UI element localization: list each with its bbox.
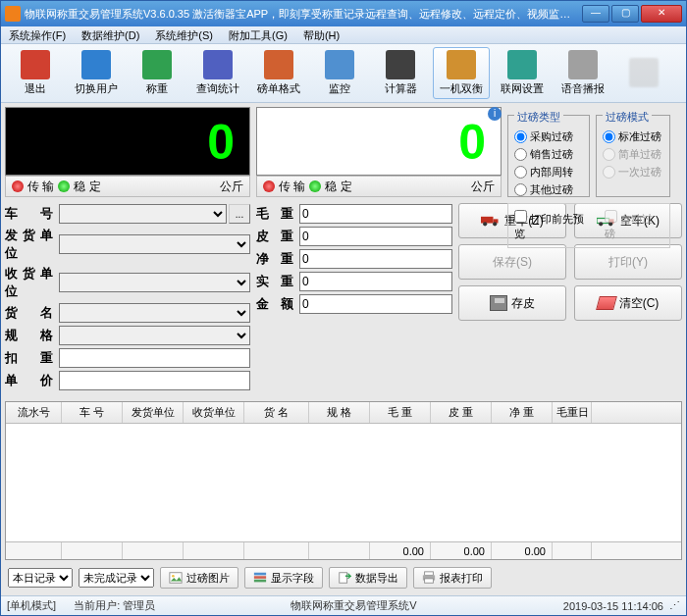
form-readout[interactable] <box>299 249 452 269</box>
save-button[interactable]: 保存(S) <box>458 244 566 280</box>
form-select[interactable] <box>59 204 227 224</box>
print-button[interactable]: 打印(Y) <box>574 244 682 280</box>
tool-label: 监控 <box>329 81 350 96</box>
tool-7[interactable]: 一机双衡 <box>433 47 490 99</box>
disk-icon <box>490 295 507 311</box>
form-label: 发货单位 <box>5 227 59 262</box>
form-select[interactable] <box>59 326 250 345</box>
menu-system-ops[interactable]: 系统操作(F) <box>1 26 74 43</box>
preview-checkbox[interactable]: 打印前先预览 <box>514 210 595 241</box>
menu-data-maint[interactable]: 数据维护(D) <box>74 26 147 43</box>
minimize-button[interactable]: — <box>582 5 609 23</box>
statusbar: [单机模式] 当前用户: 管理员 物联网称重交易管理系统V 2019-03-15… <box>1 595 686 615</box>
resize-grip-icon[interactable]: ⋰ <box>669 599 680 612</box>
menu-help[interactable]: 帮助(H) <box>295 26 347 43</box>
fields-icon <box>253 571 267 585</box>
tool-5[interactable]: 监控 <box>311 47 368 99</box>
table-header-cell[interactable]: 发货单位 <box>123 402 184 423</box>
form-input[interactable] <box>59 371 250 390</box>
info-icon[interactable]: i <box>488 107 502 121</box>
svg-point-9 <box>172 575 175 578</box>
printer-icon <box>422 571 436 585</box>
table-header-cell[interactable]: 车 号 <box>62 402 123 423</box>
status-filter-select[interactable]: 未完成记录 <box>79 568 154 588</box>
table-header-cell[interactable]: 净 重 <box>492 402 553 423</box>
export-button[interactable]: 数据导出 <box>329 567 407 589</box>
table-header-cell[interactable]: 毛重日 <box>553 402 592 423</box>
form-readout[interactable] <box>299 272 452 291</box>
filter-mode-option[interactable]: 一次过磅 <box>603 165 663 180</box>
lookup-button[interactable]: ... <box>229 204 250 224</box>
tool-label: 一机双衡 <box>440 81 483 96</box>
menu-addons[interactable]: 附加工具(G) <box>221 26 295 43</box>
table-header: 流水号车 号发货单位收货单位货 名规 格毛 重皮 重净 重毛重日 <box>6 402 681 424</box>
form-select[interactable] <box>59 303 250 323</box>
filter-type-option[interactable]: 其他过磅 <box>514 182 583 197</box>
stable-led-icon <box>309 180 321 192</box>
svg-rect-14 <box>425 572 434 576</box>
table-header-cell[interactable]: 皮 重 <box>431 402 492 423</box>
tool-1[interactable]: 切换用户 <box>68 47 125 99</box>
form-select[interactable] <box>59 273 250 292</box>
tool-8[interactable]: 联网设置 <box>494 47 551 99</box>
tare-button[interactable]: 存皮 <box>458 285 566 321</box>
table-header-cell[interactable]: 流水号 <box>6 402 62 423</box>
tool-10[interactable] <box>615 47 672 99</box>
filter-type-option[interactable]: 内部周转 <box>514 165 583 180</box>
form-input[interactable] <box>59 348 250 368</box>
table-header-cell[interactable]: 毛 重 <box>370 402 431 423</box>
table-footer-cell <box>6 542 62 559</box>
table-body[interactable] <box>6 424 681 541</box>
show-fields-button[interactable]: 显示字段 <box>244 567 323 589</box>
date-filter-select[interactable]: 本日记录 <box>8 568 73 588</box>
table-header-cell[interactable]: 收货单位 <box>184 402 244 423</box>
unit-label: 公斤 <box>220 179 243 195</box>
filter-mode-option[interactable]: 标准过磅 <box>603 129 663 144</box>
filter-type-fieldset: 过磅类型 采购过磅销售过磅内部周转其他过磅 <box>507 115 590 197</box>
svg-rect-0 <box>481 217 494 224</box>
weigh-display-left: 0 <box>5 107 250 176</box>
tool-label: 查询统计 <box>196 81 239 96</box>
stable-label: 稳 定 <box>74 179 100 195</box>
unit-label: 公斤 <box>471 179 495 195</box>
filter-type-option[interactable]: 销售过磅 <box>514 147 583 162</box>
clear-button[interactable]: 清空(C) <box>574 285 682 321</box>
filter-type-option[interactable]: 采购过磅 <box>514 129 583 144</box>
table-header-cell[interactable]: 规 格 <box>309 402 370 423</box>
form-label: 扣 重 <box>5 349 59 367</box>
tool-label: 计算器 <box>385 81 417 96</box>
form-select[interactable] <box>59 234 250 254</box>
report-print-button[interactable]: 报表打印 <box>413 567 492 589</box>
svg-point-3 <box>493 222 497 226</box>
form-readout[interactable] <box>299 204 452 224</box>
tool-9[interactable]: 语音播报 <box>555 47 611 99</box>
tool-3[interactable]: 查询统计 <box>189 47 246 99</box>
table-header-cell[interactable]: 货 名 <box>244 402 309 423</box>
weigh-image-button[interactable]: 过磅图片 <box>160 567 238 589</box>
tool-6[interactable]: 计算器 <box>372 47 429 99</box>
tool-0[interactable]: 退出 <box>7 47 64 99</box>
form-readout[interactable] <box>299 227 452 246</box>
tool-4[interactable]: 磅单格式 <box>250 47 307 99</box>
svg-rect-8 <box>170 573 182 584</box>
form-label: 金 额 <box>256 295 299 313</box>
tool-label: 语音播报 <box>561 81 605 96</box>
table-footer-cell: 0.00 <box>370 542 431 559</box>
table-footer-cell <box>123 542 184 559</box>
tool-2[interactable]: 称重 <box>129 47 185 99</box>
filter-mode-option[interactable]: 简单过磅 <box>603 147 663 162</box>
close-button[interactable]: ✕ <box>641 5 682 23</box>
weigh-status-left: 传 输 稳 定 公斤 <box>5 176 250 197</box>
auto-checkbox[interactable]: 自动过磅 <box>605 210 663 241</box>
weigh-status-right: 传 输 稳 定 公斤 <box>256 176 502 197</box>
table-footer-cell <box>553 542 592 559</box>
image-icon <box>169 571 183 585</box>
form-readout[interactable] <box>299 294 452 314</box>
maximize-button[interactable]: ▢ <box>611 5 639 23</box>
form-label: 皮 重 <box>256 228 299 245</box>
tool-icon <box>21 50 50 79</box>
form-label: 实 重 <box>256 273 299 290</box>
form-left: 车 号...发货单位收货单位货 名规 格扣 重单 价 <box>5 201 250 393</box>
menu-sys-maint[interactable]: 系统维护(S) <box>147 26 221 43</box>
tool-icon <box>568 50 598 79</box>
